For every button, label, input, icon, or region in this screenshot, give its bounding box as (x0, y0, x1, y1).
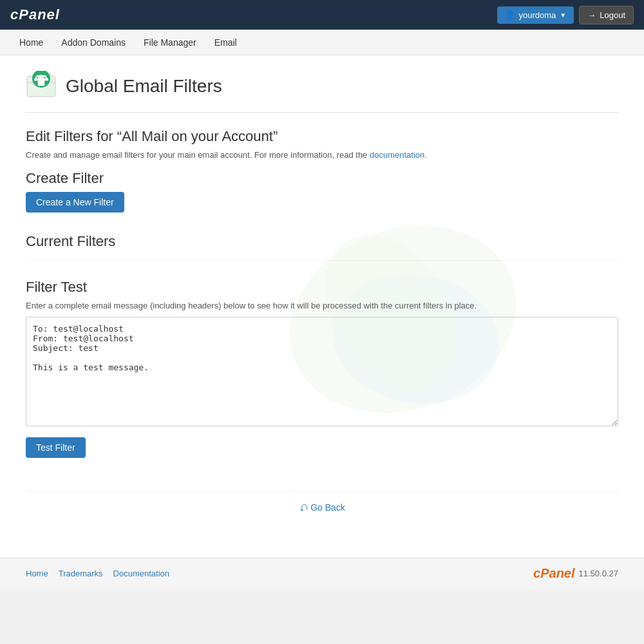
page-title-row: Global Email Filters (26, 71, 618, 113)
filter-test-textarea[interactable]: To: test@localhost From: test@localhost … (26, 317, 618, 426)
top-bar-right: 👤 yourdoma ▼ → Logout (497, 6, 634, 24)
create-filter-heading: Create Filter (26, 170, 618, 187)
user-icon: 👤 (505, 10, 515, 20)
logout-label: Logout (600, 10, 625, 20)
footer-trademarks-link[interactable]: Trademarks (59, 569, 103, 578)
edit-filters-heading: Edit Filters for “All Mail on your Accou… (26, 128, 618, 145)
filter-test-desc: Enter a complete email message (includin… (26, 301, 618, 310)
footer-links: Home Trademarks Documentation (26, 569, 169, 578)
global-email-filters-icon (26, 71, 57, 102)
main-content: Global Email Filters Edit Filters for “A… (0, 55, 644, 558)
create-new-filter-button[interactable]: Create a New Filter (26, 192, 124, 213)
documentation-link[interactable]: documentation (370, 150, 424, 160)
current-filters-heading: Current Filters (26, 233, 618, 250)
go-back-label: Go Back (310, 502, 345, 513)
nav-file-manager[interactable]: File Manager (135, 30, 205, 55)
nav-email[interactable]: Email (205, 30, 246, 55)
nav-home[interactable]: Home (10, 30, 52, 55)
cpanel-logo: cPanel (10, 6, 60, 23)
footer-brand: cPanel 11.50.0.27 (533, 566, 618, 581)
current-filters-section: Current Filters (26, 233, 618, 261)
footer-documentation-link[interactable]: Documentation (113, 569, 169, 578)
logout-icon: → (587, 10, 596, 20)
username-label: yourdoma (519, 10, 556, 20)
go-back-link[interactable]: ⮏ Go Back (299, 502, 345, 513)
go-back-row: ⮏ Go Back (26, 491, 618, 518)
filter-test-section: Filter Test Enter a complete email messa… (26, 279, 618, 478)
edit-filters-desc: Create and manage email filters for your… (26, 150, 618, 160)
nav-bar: Home Addon Domains File Manager Email (0, 30, 644, 55)
test-filter-button[interactable]: Test Filter (26, 437, 86, 458)
footer-cpanel-logo: cPanel (533, 566, 574, 581)
edit-filters-desc-pre: Create and manage email filters for your… (26, 150, 367, 160)
footer: Home Trademarks Documentation cPanel 11.… (0, 558, 644, 589)
footer-version: 11.50.0.27 (579, 569, 618, 578)
page-title: Global Email Filters (66, 76, 222, 97)
top-bar: cPanel 👤 yourdoma ▼ → Logout (0, 0, 644, 30)
footer-home-link[interactable]: Home (26, 569, 48, 578)
go-back-arrow-icon: ⮏ (299, 502, 308, 513)
logout-button[interactable]: → Logout (579, 6, 634, 24)
user-menu-button[interactable]: 👤 yourdoma ▼ (497, 6, 574, 24)
caret-icon: ▼ (560, 12, 566, 19)
nav-addon-domains[interactable]: Addon Domains (52, 30, 135, 55)
filter-test-heading: Filter Test (26, 279, 618, 296)
